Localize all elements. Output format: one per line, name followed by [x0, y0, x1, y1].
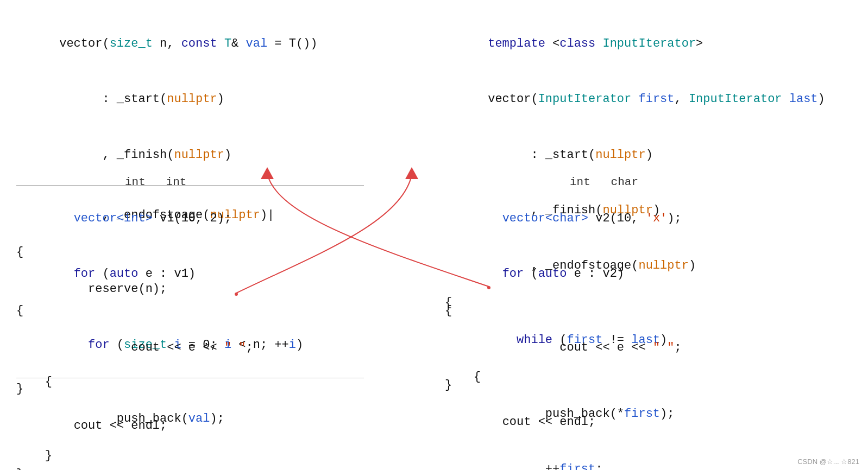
left-init1: : _start(nullptr) [16, 72, 423, 127]
right-usage-line5: } [445, 376, 852, 395]
right-usage-line3: { [445, 302, 852, 320]
right-usage-line2: for (auto e : v2) [445, 246, 852, 302]
right-usage-line4: cout << e << " "; [445, 320, 852, 376]
left-usage-line4: cout << e << " "; [16, 320, 423, 376]
right-type-labels: int char [445, 175, 852, 189]
bottom-left-usage: int int vector<int> v1(10, 2); for (auto… [16, 175, 434, 454]
bottom-usage-section: int int vector<int> v1(10, 2); for (auto… [0, 175, 868, 454]
left-usage-line1: vector<int> v1(10, 2); [16, 191, 423, 246]
left-sig-line: vector(size_t n, const T& val = T()) [16, 16, 423, 72]
left-usage-line5: } [16, 380, 423, 398]
left-body-close: } [16, 465, 423, 470]
left-usage-line6: cout << endl; [16, 398, 423, 454]
right-init1: : _start(nullptr) [445, 128, 852, 183]
right-usage-line1: vector<char> v2(10, 'x'); [445, 191, 852, 246]
right-template-line: template <class InputIterator> [445, 16, 852, 72]
watermark: CSDN @☆... ☆821 [797, 458, 859, 466]
left-usage-line3: { [16, 302, 423, 320]
right-sig-line: vector(InputIterator first, InputIterato… [445, 72, 852, 127]
left-usage-line2: for (auto e : v1) [16, 246, 423, 302]
left-type-labels: int int [16, 175, 423, 189]
right-usage-line6: cout << endl; [445, 395, 852, 450]
left-init2: , _finish(nullptr) [16, 128, 423, 183]
bottom-left-separator [16, 378, 364, 378]
bottom-right-usage: int char vector<char> v2(10, 'x'); for (… [434, 175, 852, 454]
